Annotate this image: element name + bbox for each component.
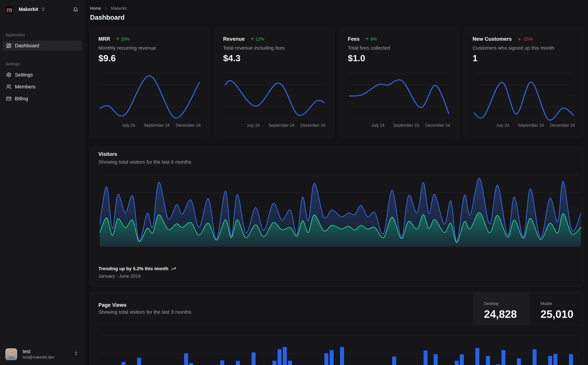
svg-text:m: m (7, 6, 12, 14)
